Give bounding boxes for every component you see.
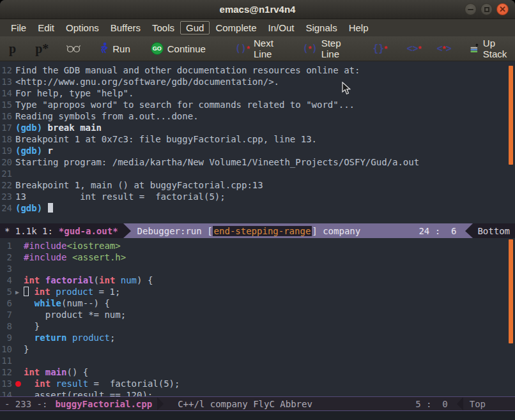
up-stack-button[interactable]: Up Stack	[467, 36, 515, 61]
code-segment: int	[24, 275, 40, 285]
code-segment: result	[56, 379, 89, 389]
continue-button[interactable]: GO Continue	[148, 41, 208, 56]
code-segment: assert(result == 120);	[24, 390, 153, 396]
line-number: 4	[1, 274, 12, 286]
line-number: 13	[1, 76, 12, 87]
code-segment: <assert.h>	[72, 252, 126, 262]
window-controls: ✕	[465, 3, 509, 15]
code-segment: #include	[24, 241, 66, 251]
code-segment: Breakpoint 1, main () at buggyFactorial.…	[15, 180, 263, 190]
code-line: 24(gdb)	[1, 202, 515, 214]
menu-complete[interactable]: Complete	[210, 21, 262, 34]
line-number: 17	[1, 122, 12, 133]
code-line: 12Find the GDB manual and other document…	[1, 64, 515, 76]
line-number: 14	[1, 87, 12, 99]
line-number: 13	[1, 378, 12, 389]
code-line: 2313 int result = factorial(5);	[1, 191, 515, 202]
line-number: 7	[1, 309, 12, 320]
code-line: 1#include<iostream>	[1, 240, 515, 251]
code-segment: Type "apropos word" to search for comman…	[15, 100, 355, 110]
modeline-buffer-state: * 1.1k 1:	[4, 226, 53, 236]
code-segment: (	[94, 275, 99, 285]
print-button[interactable]: p	[6, 41, 19, 56]
breakpoint-icon[interactable]	[15, 378, 24, 389]
powerline-arrow-icon	[157, 397, 164, 410]
print-deref-button[interactable]: p*	[33, 41, 51, 56]
step-line-icon: (*)	[303, 43, 318, 54]
menubar: FileEditOptionsBuffersToolsGudCompleteIn…	[0, 19, 515, 36]
code-segment: int	[35, 379, 50, 389]
menu-help[interactable]: Help	[343, 21, 374, 34]
step-instruction-button[interactable]: <>*	[404, 41, 424, 56]
code-line: 8 }	[1, 320, 515, 332]
code-segment	[24, 298, 35, 308]
menu-buffers[interactable]: Buffers	[105, 21, 146, 34]
menu-signals[interactable]: Signals	[300, 21, 342, 34]
code-segment	[40, 367, 45, 377]
minimize-button[interactable]	[465, 3, 477, 15]
source-scrollbar[interactable]	[509, 239, 513, 343]
menu-gud[interactable]: Gud	[180, 21, 210, 34]
menu-edit[interactable]: Edit	[32, 21, 60, 34]
line-number: 23	[1, 191, 12, 202]
maximize-icon	[484, 7, 489, 12]
close-button[interactable]: ✕	[496, 3, 509, 15]
run-button[interactable]: Run	[96, 41, 133, 56]
code-line: 6 while(num--) {	[1, 297, 515, 309]
modeline-gud[interactable]: * 1.1k 1: *gud-a.out* Debugger:run [ end…	[0, 223, 515, 238]
echo-area[interactable]: Command: -exec-step 1	[0, 411, 515, 420]
line-number: 12	[1, 64, 12, 76]
code-segment: product *= num;	[24, 310, 126, 320]
code-segment: <http://www.gnu.org/software/gdb/documen…	[15, 77, 279, 87]
gdb-scrollbar[interactable]	[509, 66, 513, 165]
code-segment: (gdb)	[15, 123, 48, 133]
until-icon: <*>	[437, 43, 452, 54]
next-line-button[interactable]: ()* Next Line	[233, 36, 284, 61]
line-number: 22	[1, 179, 12, 191]
code-segment: #include	[24, 252, 66, 262]
menu-options[interactable]: Options	[60, 21, 105, 34]
next-instruction-button[interactable]: {}*	[370, 41, 390, 56]
code-line: 5 int product = 1;	[1, 286, 515, 297]
modeline-source[interactable]: - 233 -: buggyFactorial.cpp C++/l compan…	[0, 396, 515, 411]
line-number: 9	[1, 332, 12, 343]
line-number: 12	[1, 366, 12, 378]
gdb-output-buffer[interactable]: 12Find the GDB manual and other document…	[0, 61, 515, 223]
line-number: 10	[1, 343, 12, 355]
line-number: 19	[1, 145, 12, 156]
watch-button[interactable]	[64, 43, 83, 54]
code-line: 18Breakpoint 1 at 0x7c3: file buggyFacto…	[1, 133, 515, 145]
execution-arrow-icon[interactable]	[15, 286, 24, 298]
powerline-arrow-icon	[465, 223, 473, 238]
titlebar[interactable]: emacs@n1rv4n4 ✕	[0, 0, 515, 19]
toolbar: p p* Run GO Continue ()* Next Li	[0, 36, 515, 61]
buffer-name: buggyFactorial.cpp	[55, 399, 152, 409]
modeline-left-segment: * 1.1k 1: *gud-a.out*	[0, 223, 123, 238]
code-segment: product	[56, 287, 93, 297]
code-segment: = 1;	[93, 287, 120, 297]
code-segment: main	[45, 367, 67, 377]
code-line: 7 product *= num;	[1, 309, 515, 320]
code-segment: return	[35, 333, 67, 343]
code-line: 19(gdb) r	[1, 145, 515, 156]
step-line-label: Step Line	[321, 38, 349, 59]
code-segment	[24, 379, 35, 389]
text-cursor-hollow	[24, 287, 29, 296]
step-line-button[interactable]: (*) Step Line	[300, 36, 351, 61]
code-segment: product	[72, 333, 110, 343]
maximize-button[interactable]	[480, 3, 493, 15]
menu-tools[interactable]: Tools	[146, 21, 180, 34]
code-segment: 13 int result = factorial(5);	[15, 191, 226, 202]
buffer-name: *gud-a.out*	[59, 226, 118, 236]
watch-glasses-icon	[66, 44, 81, 53]
minimize-icon	[468, 9, 473, 10]
debugger-status-highlight: end-stepping-range	[213, 226, 312, 236]
until-button[interactable]: <*>	[434, 41, 454, 56]
menu-file[interactable]: File	[5, 21, 32, 34]
line-number: 2	[1, 251, 12, 263]
source-buffer[interactable]: 1#include<iostream>2#include <assert.h>3…	[0, 238, 515, 396]
menu-inout[interactable]: In/Out	[263, 21, 300, 34]
code-line: 14 assert(result == 120);	[1, 389, 515, 396]
code-line: 11	[1, 355, 515, 366]
go-icon: GO	[151, 42, 164, 55]
